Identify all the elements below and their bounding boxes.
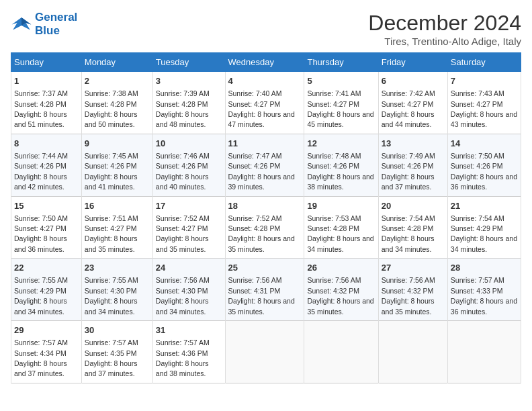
day-number: 29 <box>14 324 79 336</box>
day-number: 28 <box>451 262 518 274</box>
day-cell: 14 Sunrise: 7:50 AM Sunset: 4:26 PM Dayl… <box>447 134 521 196</box>
day-cell: 1 Sunrise: 7:37 AM Sunset: 4:28 PM Dayli… <box>11 72 82 134</box>
header-saturday: Saturday <box>447 53 521 72</box>
day-cell: 15 Sunrise: 7:50 AM Sunset: 4:27 PM Dayl… <box>11 196 82 259</box>
day-number: 4 <box>228 75 302 87</box>
day-cell: 16 Sunrise: 7:51 AM Sunset: 4:27 PM Dayl… <box>81 196 152 259</box>
calendar-table: SundayMondayTuesdayWednesdayThursdayFrid… <box>11 52 521 383</box>
day-number: 2 <box>85 75 150 87</box>
week-row-1: 1 Sunrise: 7:37 AM Sunset: 4:28 PM Dayli… <box>11 72 521 134</box>
day-number: 31 <box>156 324 222 336</box>
day-cell: 25 Sunrise: 7:56 AM Sunset: 4:31 PM Dayl… <box>225 259 304 321</box>
day-info: Sunrise: 7:54 AM Sunset: 4:29 PM Dayligh… <box>451 214 517 253</box>
day-cell: 30 Sunrise: 7:57 AM Sunset: 4:35 PM Dayl… <box>81 321 152 383</box>
day-number: 15 <box>14 200 79 212</box>
day-cell: 11 Sunrise: 7:47 AM Sunset: 4:26 PM Dayl… <box>225 134 304 196</box>
day-number: 1 <box>14 75 79 87</box>
day-cell: 31 Sunrise: 7:57 AM Sunset: 4:36 PM Dayl… <box>152 321 225 383</box>
day-info: Sunrise: 7:56 AM Sunset: 4:31 PM Dayligh… <box>228 276 295 315</box>
week-row-3: 15 Sunrise: 7:50 AM Sunset: 4:27 PM Dayl… <box>11 196 521 259</box>
header-wednesday: Wednesday <box>225 53 304 72</box>
day-cell: 12 Sunrise: 7:48 AM Sunset: 4:26 PM Dayl… <box>304 134 378 196</box>
day-cell: 17 Sunrise: 7:52 AM Sunset: 4:27 PM Dayl… <box>152 196 225 259</box>
day-number: 12 <box>307 138 375 150</box>
day-number: 25 <box>228 262 302 274</box>
header-sunday: Sunday <box>11 53 82 72</box>
day-number: 17 <box>156 200 222 212</box>
day-cell: 21 Sunrise: 7:54 AM Sunset: 4:29 PM Dayl… <box>447 196 521 259</box>
day-cell: 8 Sunrise: 7:44 AM Sunset: 4:26 PM Dayli… <box>11 134 82 196</box>
day-info: Sunrise: 7:56 AM Sunset: 4:30 PM Dayligh… <box>156 276 210 315</box>
day-number: 27 <box>382 262 445 274</box>
day-number: 22 <box>14 262 79 274</box>
day-number: 10 <box>156 138 222 150</box>
day-cell: 10 Sunrise: 7:46 AM Sunset: 4:26 PM Dayl… <box>152 134 225 196</box>
day-info: Sunrise: 7:53 AM Sunset: 4:28 PM Dayligh… <box>307 214 373 253</box>
day-number: 3 <box>156 75 222 87</box>
header-friday: Friday <box>378 53 447 72</box>
day-info: Sunrise: 7:57 AM Sunset: 4:36 PM Dayligh… <box>156 338 210 377</box>
day-number: 6 <box>382 75 445 87</box>
day-info: Sunrise: 7:45 AM Sunset: 4:26 PM Dayligh… <box>85 152 138 191</box>
day-info: Sunrise: 7:44 AM Sunset: 4:26 PM Dayligh… <box>14 152 68 191</box>
day-cell: 22 Sunrise: 7:55 AM Sunset: 4:29 PM Dayl… <box>11 259 82 321</box>
header-thursday: Thursday <box>304 53 378 72</box>
day-info: Sunrise: 7:51 AM Sunset: 4:27 PM Dayligh… <box>85 214 138 253</box>
day-cell <box>378 321 447 383</box>
day-cell: 5 Sunrise: 7:41 AM Sunset: 4:27 PM Dayli… <box>304 72 378 134</box>
day-info: Sunrise: 7:38 AM Sunset: 4:28 PM Dayligh… <box>85 89 138 128</box>
day-info: Sunrise: 7:39 AM Sunset: 4:28 PM Dayligh… <box>156 89 210 128</box>
day-number: 23 <box>85 262 150 274</box>
day-cell: 24 Sunrise: 7:56 AM Sunset: 4:30 PM Dayl… <box>152 259 225 321</box>
day-cell <box>304 321 378 383</box>
day-info: Sunrise: 7:56 AM Sunset: 4:32 PM Dayligh… <box>307 276 373 315</box>
day-number: 8 <box>14 138 79 150</box>
day-cell: 26 Sunrise: 7:56 AM Sunset: 4:32 PM Dayl… <box>304 259 378 321</box>
day-info: Sunrise: 7:55 AM Sunset: 4:30 PM Dayligh… <box>85 276 138 315</box>
page-subtitle: Tires, Trentino-Alto Adige, Italy <box>368 36 521 47</box>
day-number: 5 <box>307 75 375 87</box>
day-info: Sunrise: 7:40 AM Sunset: 4:27 PM Dayligh… <box>228 89 295 128</box>
day-number: 14 <box>451 138 518 150</box>
day-info: Sunrise: 7:49 AM Sunset: 4:26 PM Dayligh… <box>382 152 435 191</box>
day-number: 24 <box>156 262 222 274</box>
day-info: Sunrise: 7:56 AM Sunset: 4:32 PM Dayligh… <box>382 276 435 315</box>
day-info: Sunrise: 7:50 AM Sunset: 4:26 PM Dayligh… <box>451 152 517 191</box>
day-info: Sunrise: 7:37 AM Sunset: 4:28 PM Dayligh… <box>14 89 68 128</box>
day-cell: 20 Sunrise: 7:54 AM Sunset: 4:28 PM Dayl… <box>378 196 447 259</box>
day-info: Sunrise: 7:42 AM Sunset: 4:27 PM Dayligh… <box>382 89 435 128</box>
day-number: 13 <box>382 138 445 150</box>
logo-text: General Blue <box>35 11 77 38</box>
day-info: Sunrise: 7:57 AM Sunset: 4:35 PM Dayligh… <box>85 338 138 377</box>
day-number: 7 <box>451 75 518 87</box>
day-number: 30 <box>85 324 150 336</box>
logo-icon <box>11 15 32 34</box>
calendar-header-row: SundayMondayTuesdayWednesdayThursdayFrid… <box>11 53 521 72</box>
day-number: 9 <box>85 138 150 150</box>
header-tuesday: Tuesday <box>152 53 225 72</box>
week-row-4: 22 Sunrise: 7:55 AM Sunset: 4:29 PM Dayl… <box>11 259 521 321</box>
week-row-5: 29 Sunrise: 7:57 AM Sunset: 4:34 PM Dayl… <box>11 321 521 383</box>
day-info: Sunrise: 7:46 AM Sunset: 4:26 PM Dayligh… <box>156 152 210 191</box>
day-cell <box>225 321 304 383</box>
day-cell: 6 Sunrise: 7:42 AM Sunset: 4:27 PM Dayli… <box>378 72 447 134</box>
day-info: Sunrise: 7:57 AM Sunset: 4:34 PM Dayligh… <box>14 338 68 377</box>
logo: General Blue <box>11 11 77 38</box>
page-title: December 2024 <box>368 11 521 36</box>
day-info: Sunrise: 7:52 AM Sunset: 4:27 PM Dayligh… <box>156 214 210 253</box>
day-cell: 29 Sunrise: 7:57 AM Sunset: 4:34 PM Dayl… <box>11 321 82 383</box>
day-info: Sunrise: 7:52 AM Sunset: 4:28 PM Dayligh… <box>228 214 295 253</box>
day-cell: 4 Sunrise: 7:40 AM Sunset: 4:27 PM Dayli… <box>225 72 304 134</box>
day-number: 26 <box>307 262 375 274</box>
day-number: 19 <box>307 200 375 212</box>
day-cell: 2 Sunrise: 7:38 AM Sunset: 4:28 PM Dayli… <box>81 72 152 134</box>
day-info: Sunrise: 7:41 AM Sunset: 4:27 PM Dayligh… <box>307 89 373 128</box>
day-cell: 18 Sunrise: 7:52 AM Sunset: 4:28 PM Dayl… <box>225 196 304 259</box>
day-cell: 19 Sunrise: 7:53 AM Sunset: 4:28 PM Dayl… <box>304 196 378 259</box>
day-number: 11 <box>228 138 302 150</box>
week-row-2: 8 Sunrise: 7:44 AM Sunset: 4:26 PM Dayli… <box>11 134 521 196</box>
day-cell: 3 Sunrise: 7:39 AM Sunset: 4:28 PM Dayli… <box>152 72 225 134</box>
day-cell: 28 Sunrise: 7:57 AM Sunset: 4:33 PM Dayl… <box>447 259 521 321</box>
day-info: Sunrise: 7:48 AM Sunset: 4:26 PM Dayligh… <box>307 152 373 191</box>
day-number: 20 <box>382 200 445 212</box>
